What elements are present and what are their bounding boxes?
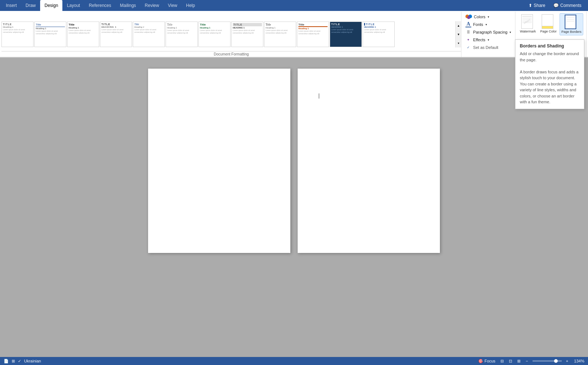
zoom-thumb (554, 359, 558, 363)
text-cursor (319, 93, 319, 99)
spell-check-icon: ✓ (18, 359, 21, 364)
style-item-3[interactable]: TITLE HEADING 1 Lorem ipsum dolor sit am… (100, 22, 132, 47)
style-item-7[interactable]: TITLE HEADING 1 Lorem ipsum dolor sit am… (231, 22, 263, 47)
para-spacing-label: Paragraph Spacing (473, 30, 507, 34)
tab-bar: Insert Draw Design Layout References Mai… (0, 0, 588, 11)
tab-insert[interactable]: Insert (1, 0, 21, 11)
comments-button[interactable]: 💬 Comments (550, 1, 585, 9)
effects-dropdown-icon: ▾ (488, 38, 489, 42)
page-borders-label: Page Borders (561, 30, 581, 34)
set-default-label: Set as Default (473, 45, 498, 50)
set-as-default-button[interactable]: ✓ Set as Default (464, 44, 512, 51)
status-bar: 📄 ⊞ ✓ Ukrainian 🎯 Focus ⊟ ⊡ ⊞ − + 134% (0, 357, 588, 365)
colors-fonts-group: Colors ▾ A Fonts ▾ ☰ Paragraph Spacing ▾ (461, 12, 515, 57)
effects-icon: ✦ (465, 37, 471, 43)
style-items: TITLE Heading 1 Lorem ipsum dolor sit am… (1, 22, 455, 47)
paragraph-spacing-button[interactable]: ☰ Paragraph Spacing ▾ (464, 28, 512, 36)
watermark-button[interactable]: DRAFT Watermark (518, 13, 537, 35)
gallery-scroll: ▲ ▼ ▾ (455, 21, 461, 47)
zoom-percent[interactable]: 134% (573, 359, 584, 363)
style-item-10[interactable]: TITLE HEADING 1 Lorem ipsum dolor sit am… (330, 22, 362, 47)
page-indicator: 📄 (4, 359, 9, 364)
page-2 (298, 69, 440, 253)
page-color-label: Page Color (540, 30, 557, 34)
style-item-8[interactable]: Title Heading 1 Lorem ipsum dolor sit am… (264, 22, 296, 47)
tooltip-panel: Borders and Shading Add or change the bo… (515, 39, 584, 109)
document-area (0, 58, 588, 365)
watermark-icon: DRAFT (521, 14, 534, 29)
colors-icon (465, 14, 472, 20)
fonts-icon: A (465, 22, 471, 27)
set-default-icon: ✓ (465, 45, 471, 50)
effects-label: Effects (473, 38, 485, 42)
fonts-dropdown-icon: ▾ (486, 23, 487, 26)
style-item-2[interactable]: Title Heading 1 Lorem ipsum dolor sit am… (67, 22, 99, 47)
doc-formatting-label: Document Formatting (1, 51, 461, 56)
para-spacing-dropdown-icon: ▾ (510, 31, 511, 34)
comments-icon: 💬 (553, 3, 559, 8)
read-mode-button[interactable]: ⊟ (500, 359, 504, 364)
tooltip-title: Borders and Shading (520, 43, 580, 49)
tab-layout[interactable]: Layout (62, 0, 84, 11)
style-item-5[interactable]: Title Heading 1 Lorem ipsum dolor sit am… (166, 22, 198, 47)
page-color-button[interactable]: Page Color (539, 13, 558, 35)
page-color-icon (542, 14, 555, 29)
style-item-0[interactable]: TITLE Heading 1 Lorem ipsum dolor sit am… (1, 22, 34, 47)
tab-view[interactable]: View (163, 0, 182, 11)
style-item-11[interactable]: TITLE HEADING 1 Lorem ipsum dolor sit am… (363, 22, 395, 47)
page-1 (148, 69, 290, 253)
paragraph-spacing-icon: ☰ (465, 29, 471, 35)
status-right: 🎯 Focus ⊟ ⊡ ⊞ − + 134% (477, 359, 584, 364)
fonts-button[interactable]: A Fonts ▾ (464, 21, 512, 28)
ribbon: Insert Draw Design Layout References Mai… (0, 0, 588, 58)
colors-button[interactable]: Colors ▾ (464, 13, 512, 20)
zoom-out-button[interactable]: − (525, 359, 529, 363)
zoom-slider[interactable] (533, 360, 562, 362)
colors-dropdown-icon: ▾ (488, 15, 489, 19)
watermark-label: Watermark (520, 30, 536, 34)
tab-review[interactable]: Review (140, 0, 163, 11)
focus-icon: 🎯 (478, 359, 483, 363)
page-borders-icon (565, 15, 578, 29)
tab-help[interactable]: Help (182, 0, 200, 11)
style-item-1[interactable]: Title Heading 1 Lorem ipsum dolor sit am… (34, 22, 66, 47)
document-formatting-section: TITLE Heading 1 Lorem ipsum dolor sit am… (1, 12, 461, 57)
style-item-6[interactable]: Title Heading 1 Lorem ipsum dolor sit am… (198, 22, 231, 47)
gallery-scroll-expand[interactable]: ▾ (456, 39, 461, 47)
ribbon-content: TITLE Heading 1 Lorem ipsum dolor sit am… (0, 11, 588, 57)
tab-design[interactable]: Design (40, 0, 62, 11)
tooltip-body: Add or change the border around the page… (520, 51, 580, 105)
effects-button[interactable]: ✦ Effects ▾ (464, 36, 512, 43)
page-borders-button[interactable]: Page Borders (560, 13, 583, 35)
tab-mailings[interactable]: Mailings (116, 0, 140, 11)
tab-references[interactable]: References (84, 0, 115, 11)
share-icon: ⬆ (529, 3, 532, 8)
gallery-scroll-down[interactable]: ▼ (456, 30, 461, 39)
zoom-in-button[interactable]: + (565, 359, 569, 363)
gallery-scroll-up[interactable]: ▲ (456, 21, 461, 30)
style-item-9[interactable]: Title Heading 1 Lorem ipsum dolor sit am… (297, 22, 329, 47)
word-count: ⊞ (12, 359, 15, 364)
focus-button[interactable]: 🎯 Focus (477, 359, 496, 364)
print-layout-button[interactable]: ⊡ (508, 359, 513, 364)
tab-right-actions: ⬆ Share 💬 Comments (525, 1, 588, 9)
language-label[interactable]: Ukrainian (24, 359, 41, 363)
share-button[interactable]: ⬆ Share (525, 1, 549, 9)
colors-label: Colors (474, 15, 486, 19)
tab-draw[interactable]: Draw (21, 0, 40, 11)
style-gallery: TITLE Heading 1 Lorem ipsum dolor sit am… (1, 12, 461, 57)
style-item-4[interactable]: Title Heading 1 Lorem ipsum dolor sit am… (133, 22, 165, 47)
fonts-label: Fonts (473, 22, 483, 27)
web-layout-button[interactable]: ⊞ (517, 359, 521, 364)
